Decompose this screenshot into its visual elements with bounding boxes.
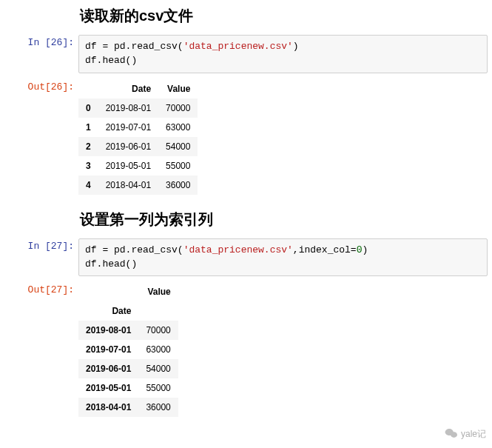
table-cell: 36000 bbox=[138, 398, 178, 417]
row-index: 2019-07-01 bbox=[78, 340, 138, 359]
table-cell: 2019-08-01 bbox=[98, 98, 158, 118]
input-prompt: In [27]: bbox=[0, 235, 78, 258]
table-cell: 55000 bbox=[158, 156, 198, 175]
dataframe-table: Date Value 02019-08-0170000 12019-07-016… bbox=[78, 79, 198, 195]
row-index: 2 bbox=[78, 137, 98, 156]
output-area: Value Date 2019-08-0170000 2019-07-01630… bbox=[78, 279, 492, 426]
code-token: ,index_col= bbox=[293, 244, 357, 255]
table-row: 2019-05-0155000 bbox=[78, 378, 178, 398]
table-cell: 55000 bbox=[138, 378, 178, 398]
table-row: 12019-07-0163000 bbox=[78, 118, 198, 137]
table-row: 2019-08-0170000 bbox=[78, 321, 178, 340]
table-cell: 70000 bbox=[138, 321, 178, 340]
code-token: ) bbox=[293, 41, 299, 52]
table-header: Value bbox=[138, 282, 178, 301]
code-number: 0 bbox=[357, 244, 363, 255]
table-row: 2019-06-0154000 bbox=[78, 359, 178, 378]
table-header-blank bbox=[138, 301, 178, 321]
dataframe-table: Value Date 2019-08-0170000 2019-07-01630… bbox=[78, 282, 178, 417]
table-row: 2018-04-0136000 bbox=[78, 398, 178, 417]
markdown-heading: 设置第一列为索引列 bbox=[0, 204, 492, 235]
row-index: 1 bbox=[78, 118, 98, 137]
code-cell: In [26]: df = pd.read_csv('data_pricenew… bbox=[0, 32, 492, 76]
table-corner bbox=[78, 79, 98, 98]
table-cell: 2019-07-01 bbox=[98, 118, 158, 137]
output-cell: Out[26]: Date Value 02019-08-0170000 120… bbox=[0, 76, 492, 204]
code-string: 'data_pricenew.csv' bbox=[183, 244, 293, 255]
table-cell: 63000 bbox=[158, 118, 198, 137]
markdown-heading: 读取新的csv文件 bbox=[0, 0, 492, 32]
output-prompt: Out[27]: bbox=[0, 279, 78, 301]
code-token: ) bbox=[363, 244, 368, 255]
table-cell: 36000 bbox=[158, 175, 198, 195]
output-cell: Out[27]: Value Date 2019-08-0170000 2019… bbox=[0, 279, 492, 426]
code-token: df.head() bbox=[85, 55, 137, 66]
row-index: 2019-08-01 bbox=[78, 321, 138, 340]
table-cell: 2019-05-01 bbox=[98, 156, 158, 175]
code-string: 'data_pricenew.csv' bbox=[183, 41, 293, 52]
row-index: 0 bbox=[78, 98, 98, 118]
table-row: 22019-06-0154000 bbox=[78, 137, 198, 156]
table-cell: 70000 bbox=[158, 98, 198, 118]
output-area: Date Value 02019-08-0170000 12019-07-016… bbox=[78, 76, 492, 204]
row-index: 4 bbox=[78, 175, 98, 195]
row-index: 3 bbox=[78, 156, 98, 175]
table-row: 02019-08-0170000 bbox=[78, 98, 198, 118]
code-token: df = pd.read_csv( bbox=[85, 244, 183, 255]
code-cell: In [27]: df = pd.read_csv('data_pricenew… bbox=[0, 235, 492, 280]
table-corner bbox=[78, 282, 138, 301]
input-prompt: In [26]: bbox=[0, 32, 78, 54]
table-cell: 2019-06-01 bbox=[98, 137, 158, 156]
table-cell: 54000 bbox=[158, 137, 198, 156]
row-index: 2019-05-01 bbox=[78, 378, 138, 398]
output-prompt: Out[26]: bbox=[0, 76, 78, 98]
table-row: 42018-04-0136000 bbox=[78, 175, 198, 195]
table-row: 32019-05-0155000 bbox=[78, 156, 198, 175]
index-name: Date bbox=[78, 301, 138, 321]
row-index: 2019-06-01 bbox=[78, 359, 138, 378]
table-header: Value bbox=[158, 79, 198, 98]
table-header: Date bbox=[98, 79, 158, 98]
code-input[interactable]: df = pd.read_csv('data_pricenew.csv') df… bbox=[78, 35, 488, 73]
table-cell: 63000 bbox=[138, 340, 178, 359]
table-cell: 54000 bbox=[138, 359, 178, 378]
code-token: df = pd.read_csv( bbox=[85, 41, 183, 52]
code-token: df.head() bbox=[85, 258, 137, 270]
table-cell: 2018-04-01 bbox=[98, 175, 158, 195]
table-row: 2019-07-0163000 bbox=[78, 340, 178, 359]
row-index: 2018-04-01 bbox=[78, 398, 138, 417]
code-input[interactable]: df = pd.read_csv('data_pricenew.csv',ind… bbox=[78, 238, 488, 277]
